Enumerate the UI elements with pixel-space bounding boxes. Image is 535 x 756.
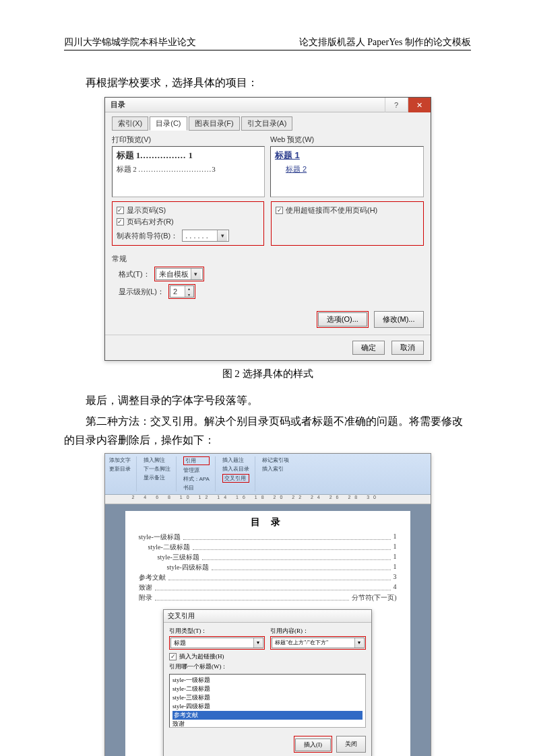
dialog-tabs: 索引(X) 目录(C) 图表目录(F) 引文目录(A) [112,116,424,131]
doc-toc-title: 目 录 [139,516,397,528]
crossref-type-dropdown[interactable]: 标题 [170,638,263,648]
word-ribbon: 添加文字 更新目录 插入脚注 下一条脚注 显示备注 引用 管理源 样式：APA … [105,454,431,495]
levels-spinner[interactable]: 2 [170,285,194,298]
close-icon[interactable]: ✕ [408,98,431,112]
crossref-content-dropdown[interactable]: 标题"在上方"/"在下方" [272,638,365,648]
check-icon [117,207,124,214]
checkbox-align-right[interactable]: 页码右对齐(R) [117,217,260,227]
ribbon-insert-footnote[interactable]: 插入脚注 [144,456,170,464]
options-button[interactable]: 选项(O)... [318,312,367,327]
crossref-heading-list[interactable]: style-一级标题 style-二级标题 style-三级标题 style-四… [169,674,366,728]
crossref-dialog: 交叉引用 引用类型(T)： 标题 引用内容(R)： 标题"在上方"/"在下方" [163,609,372,756]
para-2: 最后，调整目录的字体字号段落等。 [64,391,471,409]
close-button[interactable]: 关闭 [336,736,366,753]
dialog-titlebar: 目录 ? ✕ [105,98,431,112]
ribbon-show-notes[interactable]: 显示备注 [144,474,170,481]
ribbon-update-toc[interactable]: 更新目录 [109,465,131,473]
checkbox-insert-hyperlink[interactable]: 插入为超链接(H) [169,652,366,661]
print-h1-page: 1 [189,150,193,160]
header-left: 四川大学锦城学院本科毕业论文 [64,36,196,48]
crossref-title: 交叉引用 [164,610,371,623]
tab-table-of-figures[interactable]: 图表目录(F) [189,116,240,131]
ribbon-style[interactable]: 样式：APA [183,475,210,483]
check-icon [117,218,124,226]
toc-row: style-一级标题1 [139,532,397,542]
ribbon-add-text[interactable]: 添加文字 [109,456,131,464]
para-1: 再根据学校要求，选择具体的项目： [64,73,471,92]
toc-row: 致谢4 [139,583,397,592]
print-h2-page: 3 [212,165,216,173]
toc-row: style-二级标题1 [139,543,397,552]
figure-toc-dialog: 目录 ? ✕ 索引(X) 目录(C) 图表目录(F) 引文目录(A) 打印预览(… [104,97,431,361]
figure-crossref: 添加文字 更新目录 插入脚注 下一条脚注 显示备注 引用 管理源 样式：APA … [104,453,431,756]
web-h1[interactable]: 标题 1 [275,149,419,162]
ribbon-mark-index[interactable]: 标记索引项 [262,456,289,464]
right-options-group: 使用超链接而不使用页码(H) [271,201,424,246]
crossref-type-label: 引用类型(T)： [169,627,265,635]
print-h1: 标题 1 [117,150,141,160]
toc-row: style-四级标题1 [139,563,397,572]
figure-2-caption: 图 2 选择具体的样式 [64,368,471,380]
web-preview-box: 标题 1 标题 2 [270,146,424,197]
help-icon[interactable]: ? [385,98,408,112]
general-label: 常规 [112,254,424,264]
print-h2: 标题 2 [117,165,137,173]
ribbon-crossref[interactable]: 交叉引用 [222,474,249,483]
crossref-list-label: 引用哪一个标题(W)： [169,662,366,671]
tab-index[interactable]: 索引(X) [112,116,149,131]
checkbox-hyperlink[interactable]: 使用超链接而不使用页码(H) [276,205,419,215]
format-label: 格式(T)： [119,269,150,279]
leader-label: 制表符前导符(B)： [117,231,179,241]
ribbon-insert-caption[interactable]: 插入题注 [222,456,249,464]
ribbon-insert-index[interactable]: 插入索引 [262,465,289,473]
levels-label: 显示级别(L)： [119,287,164,297]
tab-toc[interactable]: 目录(C) [150,116,187,131]
insert-button[interactable]: 插入(I) [295,738,331,751]
checkbox-show-page[interactable]: 显示页码(S) [117,205,260,215]
modify-button[interactable]: 修改(M)... [374,311,424,328]
tab-citations[interactable]: 引文目录(A) [241,116,293,131]
ribbon-manage-sources[interactable]: 管理源 [183,467,210,474]
print-preview-box: 标题 1................ 1 标题 2 ............… [112,146,265,197]
dialog-title: 目录 [105,98,131,112]
toc-row: style-三级标题1 [139,553,397,562]
toc-row: 附录分节符(下一页) [139,593,397,603]
format-dropdown[interactable]: 来自模板 [156,268,203,280]
ribbon-tab-references[interactable]: 引用 [183,456,210,465]
left-options-group: 显示页码(S) 页码右对齐(R) 制表符前导符(B)： . . . . . . [112,201,265,246]
web-h2[interactable]: 标题 2 [286,164,419,174]
header-right: 论文排版机器人 PaperYes 制作的论文模板 [299,36,471,48]
toc-row: 参考文献3 [139,573,397,582]
leader-dropdown[interactable]: . . . . . . [182,230,229,242]
check-icon [276,207,283,214]
document-page: 目 录 style-一级标题1style-二级标题1style-三级标题1sty… [125,511,410,756]
print-preview-label: 打印预览(V) [112,135,265,145]
ribbon-next-footnote[interactable]: 下一条脚注 [144,465,170,473]
ribbon-bibliography[interactable]: 书目 [183,484,210,491]
ruler: 2 4 6 8 10 12 14 16 18 20 22 24 26 28 30 [105,495,431,504]
para-3: 第二种方法：交叉引用。解决个别目录页码或者标题不准确的问题。将需要修改的目录内容… [64,412,471,448]
ribbon-insert-tof[interactable]: 插入表目录 [222,465,249,473]
web-preview-label: Web 预览(W) [270,135,424,145]
ok-button[interactable]: 确定 [352,341,385,355]
cancel-button[interactable]: 取消 [391,341,424,355]
crossref-content-label: 引用内容(R)： [270,627,366,635]
check-icon [169,653,177,660]
page-header: 四川大学锦城学院本科毕业论文 论文排版机器人 PaperYes 制作的论文模板 [64,36,471,50]
